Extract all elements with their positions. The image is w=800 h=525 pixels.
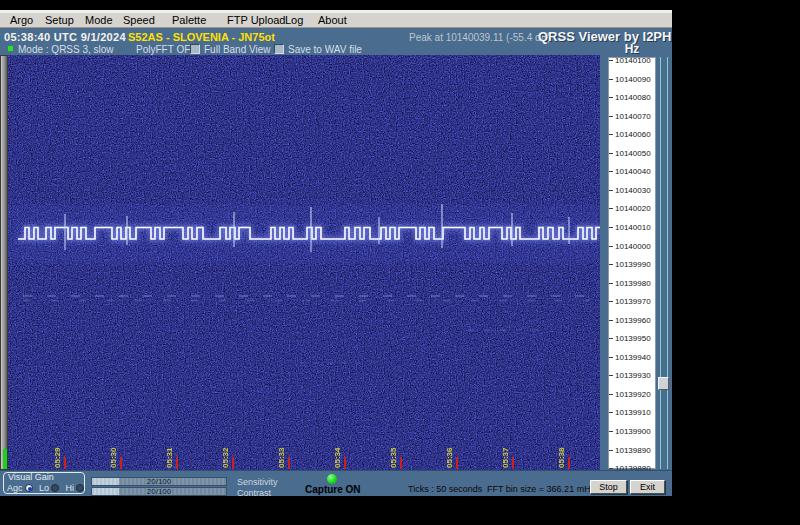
utc-clock: 05:38:40 UTC 9/1/2024 xyxy=(4,31,126,43)
freq-tick xyxy=(609,357,613,358)
capture-led-icon xyxy=(327,474,337,484)
radio-lo[interactable] xyxy=(51,484,59,492)
time-label: 05:38 xyxy=(557,440,567,468)
freq-label: 10140020 xyxy=(615,204,651,213)
freq-tick xyxy=(609,246,613,247)
freq-tick xyxy=(609,431,613,432)
mode-readout: Mode : QRSS 3, slow xyxy=(18,44,114,55)
freq-label: 10139900 xyxy=(615,427,651,436)
freq-label: 10140060 xyxy=(615,130,651,139)
freq-label: 10140090 xyxy=(615,75,651,84)
stop-button[interactable]: Stop xyxy=(590,480,627,494)
time-tick xyxy=(232,457,234,469)
frequency-scrollbar-track[interactable] xyxy=(660,57,668,469)
freq-label: 10140050 xyxy=(615,149,651,158)
input-level-meter xyxy=(0,55,8,470)
polyfft-status: PolyFFT OFF xyxy=(136,44,196,55)
save-to-wav-label: Save to WAV file xyxy=(288,44,362,55)
time-label: 05:29 xyxy=(53,440,63,468)
time-tick xyxy=(288,457,290,469)
freq-label: 10139920 xyxy=(615,390,651,399)
input-level-bar xyxy=(3,449,7,469)
hz-axis-label: Hz xyxy=(608,42,656,56)
freq-tick xyxy=(609,468,613,469)
menu-item-speed[interactable]: Speed xyxy=(123,14,155,26)
menu-item-palette[interactable]: Palette xyxy=(172,14,206,26)
menu-bar: ArgoSetupModeSpeedPaletteFTP UploadLogAb… xyxy=(0,13,672,28)
freq-label: 10140100 xyxy=(615,56,651,65)
radio-lo-label: Lo xyxy=(39,483,49,493)
freq-tick xyxy=(609,79,613,80)
menu-item-argo[interactable]: Argo xyxy=(10,14,33,26)
time-label: 05:31 xyxy=(165,440,175,468)
save-to-wav-checkbox[interactable] xyxy=(274,44,284,54)
freq-label: 10139910 xyxy=(615,408,651,417)
menu-item-about[interactable]: About xyxy=(318,14,347,26)
freq-label: 10139890 xyxy=(615,446,651,455)
freq-tick xyxy=(609,375,613,376)
freq-tick xyxy=(609,412,613,413)
contrast-value: 20/100 xyxy=(92,487,226,496)
time-label: 05:30 xyxy=(109,440,119,468)
time-label: 05:32 xyxy=(221,440,231,468)
radio-agc[interactable] xyxy=(25,484,33,492)
freq-tick xyxy=(609,283,613,284)
peak-readout: Peak at 10140039.11 (-55.4 dB) xyxy=(409,32,551,43)
freq-tick xyxy=(609,320,613,321)
waterfall-spectrogram[interactable] xyxy=(8,55,600,470)
time-tick xyxy=(512,457,514,469)
menu-item-setup[interactable]: Setup xyxy=(45,14,74,26)
sensitivity-slider[interactable]: 20/100 xyxy=(91,477,227,486)
freq-tick xyxy=(609,134,613,135)
freq-tick xyxy=(609,208,613,209)
freq-tick xyxy=(609,97,613,98)
menu-item-log[interactable]: Log xyxy=(285,14,303,26)
freq-label: 10140070 xyxy=(615,112,651,121)
freq-label: 10139950 xyxy=(615,334,651,343)
freq-tick xyxy=(609,301,613,302)
freq-tick xyxy=(609,190,613,191)
argo-qrss-viewer-screen: ArgoSetupModeSpeedPaletteFTP UploadLogAb… xyxy=(0,0,800,525)
full-band-view-checkbox[interactable] xyxy=(190,44,200,54)
mode-status-led-icon xyxy=(8,46,13,51)
visual-gain-title: Visual Gain xyxy=(8,472,54,482)
frequency-scrollbar-thumb[interactable] xyxy=(658,377,669,390)
radio-hi[interactable] xyxy=(76,484,84,492)
visual-gain-options: Agc Lo Hi xyxy=(7,483,88,493)
capture-status: Capture ON xyxy=(305,484,361,495)
freq-tick xyxy=(609,227,613,228)
time-label: 05:37 xyxy=(501,440,511,468)
freq-tick xyxy=(609,60,613,61)
freq-tick xyxy=(609,171,613,172)
time-label: 05:36 xyxy=(445,440,455,468)
radio-agc-label: Agc xyxy=(7,483,23,493)
station-callsign: S52AS - SLOVENIA - JN75ot xyxy=(128,31,275,43)
menu-item-ftp-upload[interactable]: FTP Upload xyxy=(227,14,286,26)
time-label: 05:33 xyxy=(277,440,287,468)
time-label: 05:34 xyxy=(333,440,343,468)
freq-tick xyxy=(609,153,613,154)
time-tick xyxy=(176,457,178,469)
freq-label: 10139960 xyxy=(615,316,651,325)
freq-label: 10139940 xyxy=(615,353,651,362)
freq-label: 10140080 xyxy=(615,93,651,102)
freq-label: 10139970 xyxy=(615,297,651,306)
time-label: 05:35 xyxy=(389,440,399,468)
freq-tick xyxy=(609,264,613,265)
ticks-info: Ticks : 50 seconds xyxy=(408,484,482,494)
time-tick xyxy=(120,457,122,469)
radio-hi-label: Hi xyxy=(66,483,75,493)
sensitivity-label: Sensitivity xyxy=(237,477,278,487)
exit-button[interactable]: Exit xyxy=(630,480,665,494)
sensitivity-value: 20/100 xyxy=(92,477,226,486)
fft-bin-info: FFT bin size = 366.21 mHz xyxy=(487,484,595,494)
contrast-slider[interactable]: 20/100 xyxy=(91,487,227,496)
freq-label: 10140000 xyxy=(615,242,651,251)
menu-item-mode[interactable]: Mode xyxy=(85,14,113,26)
time-tick xyxy=(568,457,570,469)
freq-tick xyxy=(609,394,613,395)
freq-label: 10140040 xyxy=(615,167,651,176)
freq-label: 10139930 xyxy=(615,371,651,380)
filename-strip: S52AS-30m.1000x746.2025-10-01-0██641.jpg xyxy=(0,496,800,525)
full-band-view-label: Full Band View xyxy=(204,44,271,55)
